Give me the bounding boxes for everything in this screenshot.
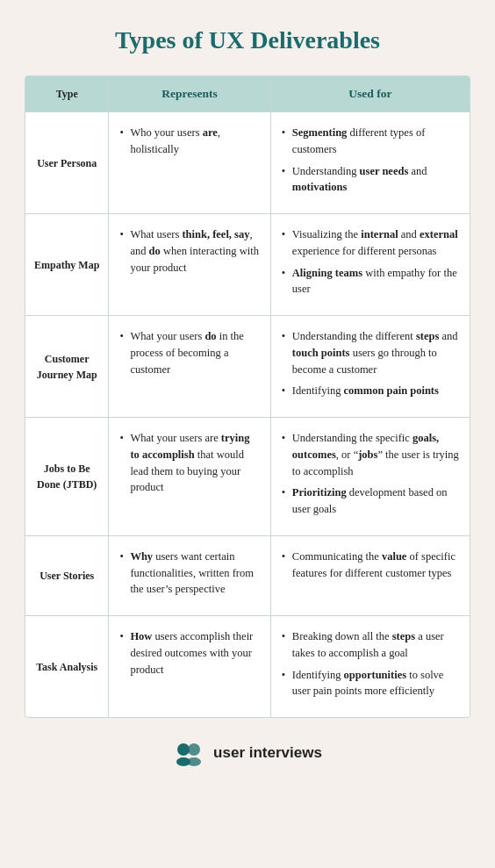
header-type: Type (25, 76, 109, 112)
table-row: User PersonaWho your users are, holistic… (25, 112, 470, 214)
cell-type: User Stories (25, 535, 109, 615)
header-represents: Represents (109, 76, 270, 112)
main-table: Type Represents Used for User PersonaWho… (25, 75, 470, 718)
brand-logo-icon (173, 737, 204, 769)
cell-represents: How users accomplish their desired outco… (109, 616, 270, 718)
table-row: Task AnalysisHow users accomplish their … (25, 616, 470, 718)
cell-usedfor: Understanding the different steps and to… (270, 316, 470, 418)
svg-point-3 (187, 757, 201, 766)
table-row: Jobs to Be Done (JTBD)What your users ar… (25, 418, 470, 536)
cell-usedfor: Segmenting different types of customersU… (270, 112, 470, 214)
cell-usedfor: Breaking down all the steps a user takes… (270, 616, 470, 718)
cell-type: Task Analysis (25, 616, 109, 718)
svg-point-1 (188, 743, 200, 756)
table-row: User StoriesWhy users want certain funct… (25, 535, 470, 615)
cell-represents: What your users are trying to accomplish… (109, 418, 270, 536)
cell-represents: Why users want certain functionalities, … (109, 535, 270, 615)
cell-usedfor: Communicating the value of specific feat… (270, 535, 470, 615)
cell-type: Jobs to Be Done (JTBD) (25, 418, 109, 536)
cell-type: Customer Journey Map (25, 316, 109, 418)
brand-name: user interviews (213, 744, 322, 762)
cell-represents: What users think, feel, say, and do when… (109, 214, 270, 316)
cell-represents: What your users do in the process of bec… (109, 316, 270, 418)
cell-represents: Who your users are, holistically (109, 112, 270, 214)
svg-point-0 (177, 743, 190, 756)
table-row: Empathy MapWhat users think, feel, say, … (25, 214, 470, 316)
footer: user interviews (173, 737, 322, 769)
header-usedfor: Used for (270, 76, 470, 112)
page-title: Types of UX Deliverables (115, 26, 380, 54)
table-row: Customer Journey MapWhat your users do i… (25, 316, 470, 418)
cell-usedfor: Visualizing the internal and external ex… (270, 214, 470, 316)
cell-usedfor: Understanding the specific goals, outcom… (270, 418, 470, 536)
cell-type: Empathy Map (25, 214, 109, 316)
cell-type: User Persona (25, 112, 109, 214)
